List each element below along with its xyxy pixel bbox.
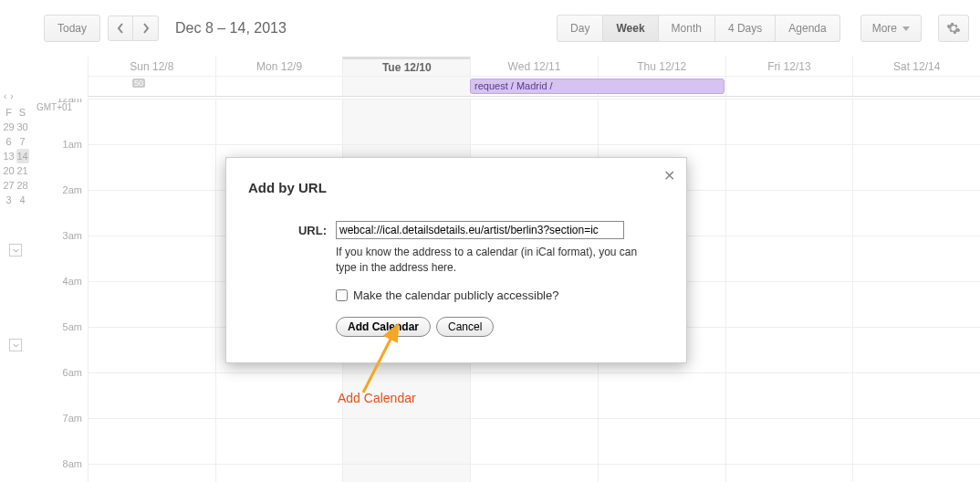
mini-day-cell[interactable]: 7 — [16, 134, 29, 149]
view-tab-week[interactable]: Week — [603, 15, 658, 42]
mini-next-icon[interactable]: › — [10, 91, 13, 101]
hour-cell[interactable] — [88, 236, 215, 281]
day-header[interactable]: Sun 12/8 — [88, 57, 215, 76]
view-tab-agenda[interactable]: Agenda — [776, 15, 839, 42]
hour-cell[interactable] — [725, 419, 853, 464]
mini-day-cell[interactable]: 30 — [16, 120, 29, 134]
hour-cell[interactable] — [725, 465, 853, 482]
url-input[interactable] — [336, 221, 624, 239]
allday-event[interactable]: request / Madrid / — [470, 79, 725, 94]
hour-cell[interactable] — [725, 145, 853, 190]
collapse-toggle[interactable] — [9, 339, 22, 351]
collapse-toggle[interactable] — [9, 244, 22, 257]
hour-cell[interactable] — [725, 191, 853, 236]
hour-cell[interactable] — [88, 191, 215, 236]
today-button[interactable]: Today — [44, 15, 100, 42]
close-button[interactable]: ✕ — [663, 167, 675, 184]
hour-cell[interactable] — [215, 419, 343, 464]
add-calendar-button[interactable]: Add Calendar — [336, 317, 431, 337]
hour-cell[interactable] — [598, 373, 725, 418]
hour-cell[interactable] — [598, 419, 725, 464]
more-button[interactable]: More — [860, 15, 922, 42]
allday-cell[interactable] — [88, 77, 215, 96]
mini-day-cell[interactable]: 21 — [16, 163, 29, 178]
hour-cell[interactable] — [470, 100, 598, 144]
hour-cell[interactable] — [852, 191, 980, 236]
hour-cell[interactable] — [88, 373, 215, 418]
day-header[interactable]: Fri 12/13 — [725, 57, 853, 76]
add-by-url-dialog: ✕ Add by URL URL: If you know the addres… — [225, 157, 687, 363]
mini-dow: S — [16, 107, 29, 118]
hour-cell[interactable] — [852, 145, 980, 190]
settings-button[interactable] — [938, 15, 969, 42]
mini-dow: F — [3, 107, 16, 118]
hour-label: 2am — [36, 184, 88, 230]
hour-cell[interactable] — [725, 328, 853, 372]
hour-cell[interactable] — [215, 100, 343, 144]
day-header[interactable]: Thu 12/12 — [598, 57, 725, 76]
next-week-button[interactable] — [133, 16, 159, 41]
hour-cell[interactable] — [725, 236, 853, 281]
mini-day-cell[interactable]: 20 — [3, 163, 16, 178]
hour-cell[interactable] — [852, 328, 980, 372]
hour-label: 8am — [36, 458, 88, 482]
hour-cell[interactable] — [598, 100, 725, 144]
allday-cell[interactable] — [725, 77, 853, 96]
hour-cell[interactable] — [342, 419, 470, 464]
allday-cell[interactable] — [215, 77, 343, 96]
hour-cell[interactable] — [88, 419, 215, 464]
public-checkbox[interactable] — [336, 289, 348, 301]
hour-cell[interactable] — [852, 419, 980, 464]
mini-calendar-panel: ‹ › F S 29306713142021272834 — [0, 91, 31, 351]
hour-cell[interactable] — [88, 282, 215, 327]
cancel-button[interactable]: Cancel — [436, 317, 494, 337]
hour-cell[interactable] — [852, 282, 980, 327]
hour-cell[interactable] — [852, 236, 980, 281]
hour-cell[interactable] — [470, 373, 598, 418]
hour-cell[interactable] — [88, 465, 215, 482]
view-tab-month[interactable]: Month — [659, 15, 715, 42]
date-range-label: Dec 8 – 14, 2013 — [175, 20, 287, 37]
hour-cell[interactable] — [598, 465, 725, 482]
hour-cell[interactable] — [725, 373, 853, 418]
hour-cell[interactable] — [725, 100, 853, 144]
mini-day-cell[interactable]: 3 — [3, 193, 16, 207]
allday-cell[interactable] — [852, 77, 980, 96]
hour-cell[interactable] — [88, 100, 215, 144]
hour-cell[interactable] — [852, 465, 980, 482]
more-label: More — [872, 22, 897, 35]
hour-cell[interactable] — [852, 100, 980, 144]
hour-cell[interactable] — [470, 419, 598, 464]
view-tab-day[interactable]: Day — [557, 15, 603, 42]
url-hint: If you know the address to a calendar (i… — [336, 245, 646, 276]
hour-cell[interactable] — [88, 145, 215, 190]
view-tab-4days[interactable]: 4 Days — [715, 15, 776, 42]
allday-cell[interactable] — [342, 77, 470, 96]
hour-cell[interactable] — [215, 465, 343, 482]
hour-cell[interactable] — [852, 373, 980, 418]
hour-cell[interactable] — [470, 465, 598, 482]
mini-day-cell[interactable]: 28 — [16, 178, 29, 193]
close-icon: ✕ — [663, 168, 675, 183]
hour-cell[interactable] — [215, 373, 343, 418]
mini-day-cell[interactable]: 13 — [3, 149, 16, 163]
mini-day-cell[interactable]: 4 — [16, 193, 29, 207]
day-header[interactable]: Mon 12/9 — [215, 57, 343, 76]
mini-day-cell[interactable]: 14 — [16, 149, 29, 163]
mini-day-cell[interactable]: 27 — [3, 178, 16, 193]
gear-icon — [946, 21, 961, 36]
week-number-badge: 50 — [132, 79, 145, 88]
hour-label: 1am — [36, 139, 88, 184]
hour-label: 7am — [36, 413, 88, 458]
hour-cell[interactable] — [88, 328, 215, 372]
hour-cell[interactable] — [342, 100, 470, 144]
day-header[interactable]: Wed 12/11 — [470, 57, 598, 76]
mini-day-cell[interactable]: 29 — [3, 120, 16, 134]
day-header[interactable]: Tue 12/10 — [342, 57, 470, 76]
hour-cell[interactable] — [342, 465, 470, 482]
mini-day-cell[interactable]: 6 — [3, 134, 16, 149]
mini-prev-icon[interactable]: ‹ — [4, 91, 6, 101]
prev-week-button[interactable] — [108, 16, 133, 41]
hour-cell[interactable] — [725, 282, 853, 327]
day-header[interactable]: Sat 12/14 — [852, 57, 980, 76]
